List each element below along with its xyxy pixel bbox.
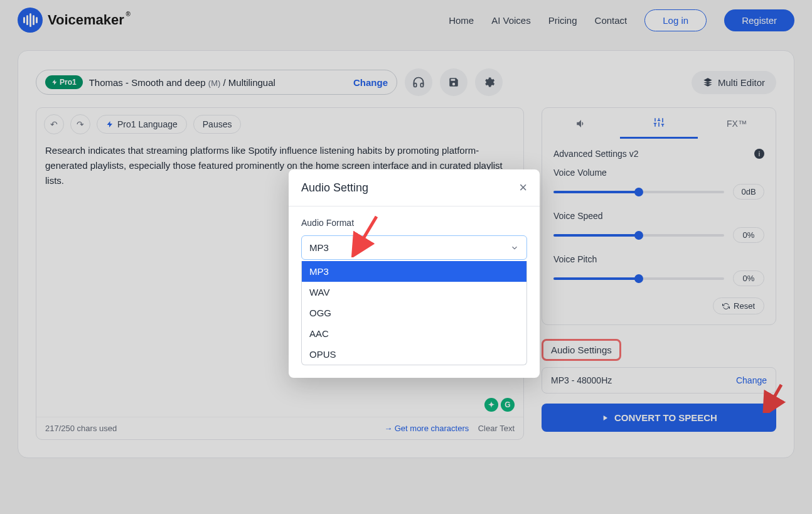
option-wav[interactable]: WAV bbox=[302, 282, 526, 303]
close-icon[interactable]: × bbox=[519, 179, 527, 196]
option-aac[interactable]: AAC bbox=[302, 323, 526, 344]
audio-format-label: Audio Format bbox=[301, 218, 527, 228]
audio-format-dropdown: MP3 WAV OGG AAC OPUS bbox=[301, 261, 527, 365]
audio-format-select[interactable]: MP3 bbox=[301, 235, 527, 260]
chevron-down-icon bbox=[510, 244, 519, 252]
audio-setting-modal: Audio Setting × Audio Format MP3 MP3 WAV… bbox=[289, 169, 540, 378]
option-ogg[interactable]: OGG bbox=[302, 303, 526, 323]
annotation-arrow-icon bbox=[351, 213, 383, 257]
svg-line-10 bbox=[358, 217, 377, 248]
modal-title: Audio Setting bbox=[301, 181, 368, 195]
option-mp3[interactable]: MP3 bbox=[302, 261, 526, 282]
option-opus[interactable]: OPUS bbox=[302, 344, 526, 365]
